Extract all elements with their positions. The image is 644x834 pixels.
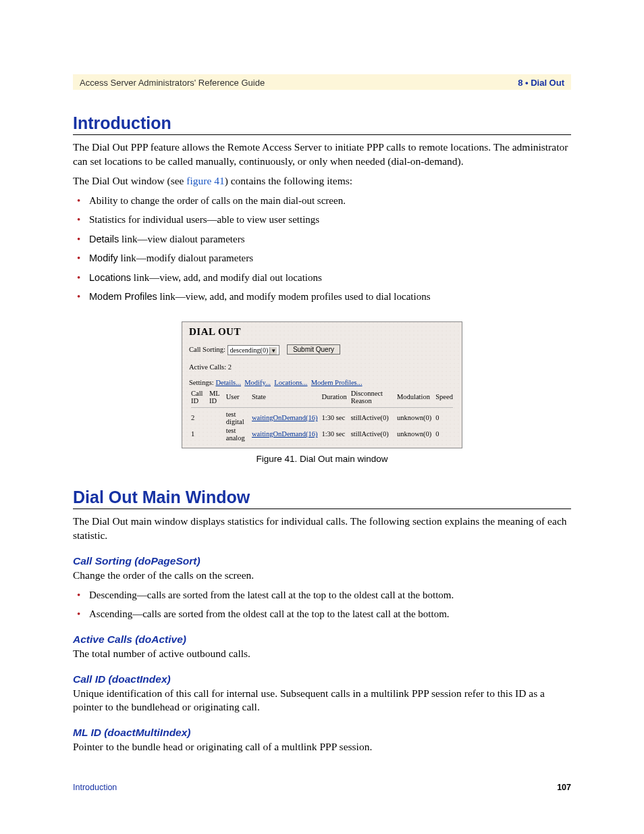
col-modulation: Modulation bbox=[395, 389, 433, 405]
cell-duration: 1:30 sec bbox=[319, 410, 348, 426]
settings-links-row: Settings: Details... Modify... Locations… bbox=[189, 379, 455, 386]
cell-modulation: unknown(0) bbox=[395, 426, 433, 442]
cell-user: test analog bbox=[224, 426, 250, 442]
figure-41-xref[interactable]: figure 41 bbox=[186, 175, 224, 186]
heading-call-id: Call ID (doactIndex) bbox=[73, 673, 571, 685]
list-item: Descending—calls are sorted from the lat… bbox=[73, 589, 571, 602]
page-header: Access Server Administrators' Reference … bbox=[73, 74, 571, 90]
header-chapter: 8 • Dial Out bbox=[518, 78, 564, 88]
cell-user: test digital bbox=[224, 410, 250, 426]
call-sorting-label: Call Sorting: bbox=[189, 346, 225, 353]
main-window-paragraph: The Dial Out main window displays statis… bbox=[73, 515, 571, 543]
heading-introduction: Introduction bbox=[73, 113, 571, 133]
header-doc-title: Access Server Administrators' Reference … bbox=[80, 78, 265, 88]
call-id-paragraph: Unique identification of this call for i… bbox=[73, 687, 571, 715]
footer-section: Introduction bbox=[73, 783, 117, 792]
intro-bullet-list: Ability to change the order of calls on … bbox=[73, 194, 571, 304]
heading-call-sorting: Call Sorting (doPageSort) bbox=[73, 555, 571, 567]
col-disconnect: Disconnect Reason bbox=[349, 389, 395, 405]
active-calls-label: Active Calls: 2 bbox=[189, 363, 455, 371]
locations-link[interactable]: Locations... bbox=[274, 379, 307, 386]
intro-para2-pre: The Dial Out window (see bbox=[73, 175, 186, 186]
page-footer: Introduction 107 bbox=[73, 783, 571, 792]
cell-speed: 0 bbox=[433, 426, 455, 442]
call-sorting-row: Call Sorting: descending(0)▼ Submit Quer… bbox=[189, 344, 455, 355]
dial-out-window: DIAL OUT Call Sorting: descending(0)▼ Su… bbox=[182, 321, 462, 448]
col-call-id: Call ID bbox=[189, 389, 207, 405]
figure-41: DIAL OUT Call Sorting: descending(0)▼ Su… bbox=[182, 321, 462, 464]
col-duration: Duration bbox=[319, 389, 348, 405]
active-calls-paragraph: The total number of active outbound call… bbox=[73, 647, 571, 661]
cell-disconnect: stillActive(0) bbox=[349, 426, 395, 442]
term-details: Details bbox=[89, 234, 119, 244]
table-row: 2 test digital waitingOnDemand(16) 1:30 … bbox=[189, 410, 455, 426]
cell-duration: 1:30 sec bbox=[319, 426, 348, 442]
heading-ml-id: ML ID (doactMultiIndex) bbox=[73, 727, 571, 739]
list-item-text: link—view, add, and modify dial out loca… bbox=[131, 272, 322, 283]
state-link[interactable]: waitingOnDemand(16) bbox=[252, 414, 317, 421]
figure-caption: Figure 41. Dial Out main window bbox=[182, 454, 462, 464]
details-link[interactable]: Details... bbox=[215, 379, 241, 386]
state-link[interactable]: waitingOnDemand(16) bbox=[252, 430, 317, 438]
heading-active-calls: Active Calls (doActive) bbox=[73, 633, 571, 646]
call-sorting-select[interactable]: descending(0)▼ bbox=[227, 345, 280, 355]
intro-para2-post: ) contains the following items: bbox=[225, 175, 352, 186]
modify-link[interactable]: Modify... bbox=[244, 379, 271, 386]
cell-speed: 0 bbox=[433, 410, 455, 426]
calls-table: Call ID ML ID User State Duration Discon… bbox=[189, 389, 455, 442]
submit-query-button[interactable]: Submit Query bbox=[287, 344, 340, 355]
modem-profiles-link[interactable]: Modem Profiles... bbox=[311, 379, 363, 386]
col-state: State bbox=[250, 389, 319, 405]
cell-call-id: 1 bbox=[189, 426, 207, 442]
call-sorting-paragraph: Change the order of the calls on the scr… bbox=[73, 569, 571, 583]
page-number: 107 bbox=[557, 783, 571, 792]
term-locations: Locations bbox=[89, 272, 131, 283]
cell-state: waitingOnDemand(16) bbox=[250, 410, 319, 426]
list-item: Details link—view dialout parameters bbox=[73, 233, 571, 246]
cell-modulation: unknown(0) bbox=[395, 410, 433, 426]
table-divider bbox=[191, 407, 453, 408]
chevron-down-icon: ▼ bbox=[269, 347, 277, 355]
cell-call-id: 2 bbox=[189, 410, 207, 426]
list-item: Statistics for individual users—able to … bbox=[73, 213, 571, 227]
window-title: DIAL OUT bbox=[189, 326, 455, 338]
list-item-text: link—view dialout parameters bbox=[119, 234, 244, 244]
list-item-text: link—modify dialout parameters bbox=[118, 253, 253, 263]
cell-ml-id bbox=[207, 410, 224, 426]
term-modify: Modify bbox=[89, 253, 118, 263]
heading-rule bbox=[73, 134, 571, 135]
cell-state: waitingOnDemand(16) bbox=[250, 426, 319, 442]
list-item: Locations link—view, add, and modify dia… bbox=[73, 271, 571, 285]
ml-id-paragraph: Pointer to the bundle head or originatin… bbox=[73, 740, 571, 754]
table-header-row: Call ID ML ID User State Duration Discon… bbox=[189, 389, 455, 405]
list-item: Modem Profiles link—view, add, and modif… bbox=[73, 290, 571, 304]
intro-paragraph-2: The Dial Out window (see figure 41) cont… bbox=[73, 174, 571, 188]
col-user: User bbox=[224, 389, 250, 405]
intro-paragraph-1: The Dial Out PPP feature allows the Remo… bbox=[73, 140, 571, 169]
heading-dial-out-main-window: Dial Out Main Window bbox=[73, 488, 571, 507]
list-item: Modify link—modify dialout parameters bbox=[73, 252, 571, 265]
term-modem-profiles: Modem Profiles bbox=[89, 291, 157, 302]
cell-ml-id bbox=[207, 426, 224, 442]
list-item-text: link—view, add, and modify modem profile… bbox=[157, 291, 431, 302]
list-item: Ability to change the order of calls on … bbox=[73, 194, 571, 208]
heading-rule bbox=[73, 509, 571, 509]
list-item: Ascending—calls are sorted from the olde… bbox=[73, 608, 571, 621]
sort-bullet-list: Descending—calls are sorted from the lat… bbox=[73, 589, 571, 621]
col-ml-id: ML ID bbox=[207, 389, 224, 405]
select-value: descending(0) bbox=[230, 346, 269, 354]
cell-disconnect: stillActive(0) bbox=[349, 410, 395, 426]
table-row: 1 test analog waitingOnDemand(16) 1:30 s… bbox=[189, 426, 455, 442]
settings-label: Settings: bbox=[189, 379, 214, 386]
col-speed: Speed bbox=[433, 389, 455, 405]
